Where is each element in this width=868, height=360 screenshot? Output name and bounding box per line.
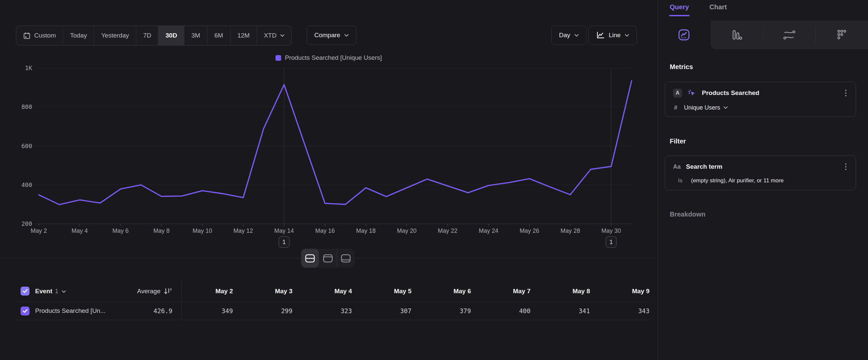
range-button-yesterday[interactable]: Yesterday: [94, 26, 136, 45]
compare-button[interactable]: Compare: [307, 26, 356, 45]
row-average-value: 426.9: [154, 307, 173, 314]
x-tick-label: May 2: [31, 227, 47, 234]
metric-event-name: Products Searched: [702, 89, 759, 96]
y-tick-label: 600: [21, 142, 32, 149]
compare-label: Compare: [314, 32, 340, 39]
date-range-group: CustomTodayYesterday7D30D3M6M12MXTD: [16, 26, 292, 46]
chevron-down-icon: [723, 106, 728, 109]
table-cell-value: 299: [241, 307, 301, 314]
report-tab-funnels[interactable]: [711, 21, 763, 49]
split-view-icon: [305, 254, 315, 263]
event-dropdown[interactable]: [58, 288, 66, 294]
sort-descending-icon: [163, 287, 173, 295]
line-chart-canvas: 1K800600400200May 2May 4May 6May 8May 10…: [0, 47, 657, 259]
query-panel: Query Chart: [658, 0, 868, 360]
event-count: 1: [55, 287, 59, 295]
event-click-icon: [687, 88, 696, 98]
tab-chart[interactable]: Chart: [710, 3, 727, 16]
table-header-row: Event1AverageMay 2May 3May 4May 5May 6Ma…: [0, 281, 657, 302]
date-column-header: May 9: [598, 287, 658, 295]
x-tick-label: May 20: [397, 227, 416, 234]
x-tick-label: May 14: [274, 227, 294, 234]
range-button-30d[interactable]: 30D: [158, 26, 184, 45]
range-label: Today: [70, 32, 87, 39]
report-tab-retention[interactable]: [816, 21, 868, 49]
panel-tabs: Query Chart: [670, 3, 727, 16]
filter-operator: Is: [678, 177, 682, 184]
aggregation-symbol: #: [674, 104, 677, 111]
main-area: CustomTodayYesterday7D30D3M6M12MXTD Comp…: [0, 0, 657, 360]
chevron-down-icon: [280, 34, 284, 37]
chevron-down-icon: [574, 34, 579, 37]
layout-toggle-table-only[interactable]: [337, 249, 355, 268]
range-button-today[interactable]: Today: [63, 26, 94, 45]
range-button-custom[interactable]: Custom: [16, 26, 63, 45]
date-column-header: May 4: [300, 287, 360, 295]
average-sort-button[interactable]: Average: [137, 287, 173, 295]
table-cell-value: 379: [420, 307, 479, 314]
x-tick-label: May 6: [113, 227, 129, 234]
range-label: 12M: [238, 32, 250, 39]
range-label: 30D: [165, 32, 177, 39]
row-checkbox[interactable]: [21, 307, 30, 315]
granularity-button[interactable]: Day: [551, 26, 587, 45]
range-button-xtd[interactable]: XTD: [257, 26, 291, 45]
table-cell-value: 343: [598, 307, 658, 314]
metric-card[interactable]: A Products Searched # Unique Users: [665, 82, 856, 117]
filter-menu-kebab-icon[interactable]: [844, 162, 848, 171]
table-cell-value: 307: [360, 307, 420, 314]
range-button-12m[interactable]: 12M: [230, 26, 257, 45]
y-tick-label: 800: [21, 103, 32, 110]
table-cell-value: 400: [479, 307, 539, 314]
chevron-down-icon: [344, 34, 349, 37]
date-column-header: May 5: [360, 287, 420, 295]
annotation-badge-label: 1: [282, 239, 286, 245]
event-column-header: Event: [35, 287, 52, 295]
x-tick-label: May 24: [479, 227, 498, 234]
table-cell-value: 323: [300, 307, 360, 314]
date-column-header: May 6: [420, 287, 479, 295]
table-cell-value: 341: [538, 307, 598, 314]
range-button-7d[interactable]: 7D: [136, 26, 158, 45]
layout-toggle-split-view[interactable]: [301, 249, 319, 268]
table-column-divider: [181, 280, 182, 320]
property-type-label: Aa: [673, 163, 681, 170]
layout-toggle-chart-only[interactable]: [319, 249, 337, 268]
range-label: 7D: [143, 32, 151, 39]
range-button-6m[interactable]: 6M: [208, 26, 230, 45]
filter-property-name: Search term: [686, 163, 722, 170]
funnels-icon: [730, 28, 743, 41]
metric-letter-badge: A: [673, 89, 682, 98]
table-row: Products Searched [Un...426.934929932330…: [0, 302, 657, 320]
filter-card[interactable]: Aa Search term Is (empty string), Air pu…: [665, 156, 856, 190]
filter-values-summary[interactable]: (empty string), Air purifier, or 11 more: [691, 177, 783, 184]
tab-query[interactable]: Query: [670, 3, 689, 16]
report-tab-insights[interactable]: [658, 21, 710, 49]
range-label: XTD: [264, 32, 277, 39]
chevron-down-icon: [625, 34, 629, 37]
x-tick-label: May 30: [601, 227, 621, 234]
date-column-header: May 8: [538, 287, 598, 295]
table-cell-value: 349: [181, 307, 241, 314]
chart-type-button[interactable]: Line: [589, 26, 637, 45]
date-column-header: May 7: [479, 287, 539, 295]
metrics-header: Metrics: [670, 63, 693, 71]
check-icon: [23, 289, 28, 293]
metric-menu-kebab-icon[interactable]: [844, 88, 848, 98]
range-button-3m[interactable]: 3M: [184, 26, 207, 45]
table-only-icon: [341, 254, 351, 263]
range-label: 3M: [191, 32, 200, 39]
report-tab-flows[interactable]: [763, 21, 816, 49]
select-all-checkbox[interactable]: [21, 286, 30, 296]
range-label: Custom: [34, 32, 56, 39]
date-column-header: May 2: [181, 287, 241, 295]
x-tick-label: May 8: [153, 227, 169, 234]
range-label: Yesterday: [101, 32, 129, 39]
aggregation-dropdown[interactable]: Unique Users: [684, 104, 728, 111]
x-tick-label: May 18: [356, 227, 376, 234]
layout-toggle-group: [301, 249, 355, 268]
x-tick-label: May 22: [438, 227, 458, 234]
filter-header: Filter: [670, 138, 686, 145]
x-tick-label: May 12: [234, 227, 253, 234]
annotation-badge-label: 1: [610, 239, 613, 245]
